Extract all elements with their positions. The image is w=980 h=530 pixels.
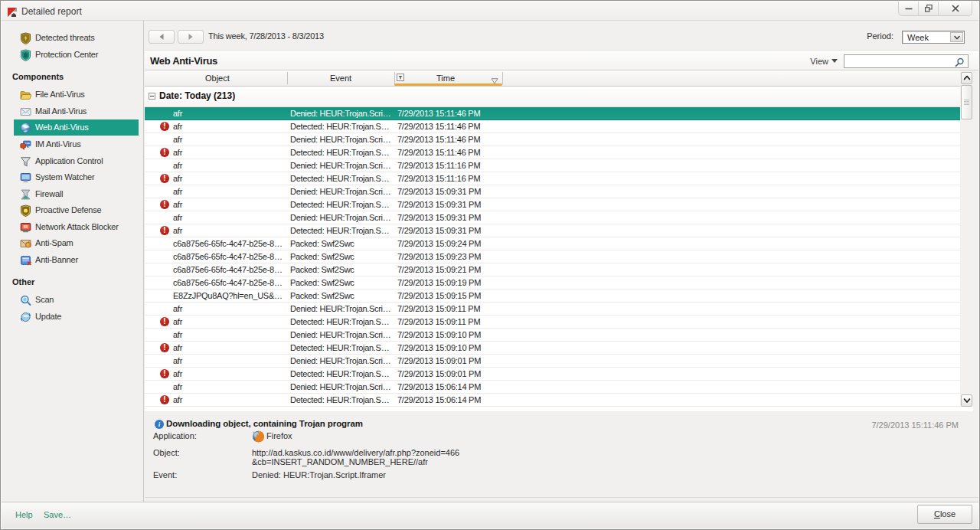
svg-text:!: ! [28, 243, 29, 247]
